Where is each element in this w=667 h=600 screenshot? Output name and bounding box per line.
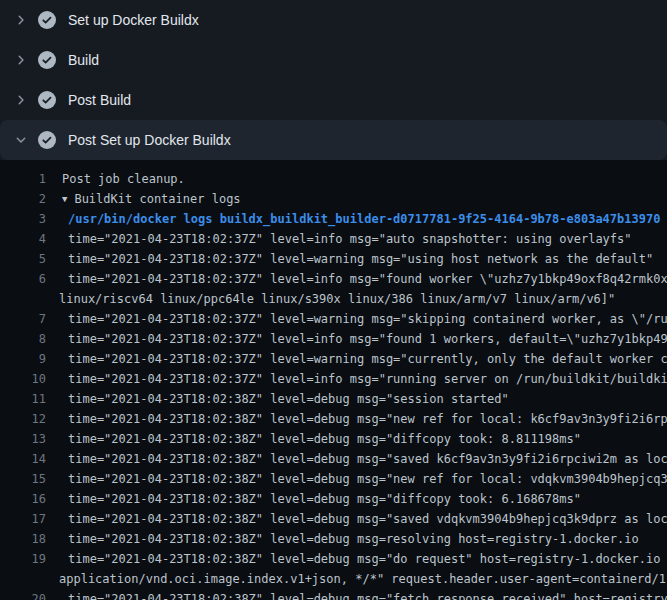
log-line-number[interactable]: 8 <box>0 329 46 349</box>
log-line: 19 time="2021-04-23T18:02:38Z" level=deb… <box>0 549 667 569</box>
log-line: 18 time="2021-04-23T18:02:38Z" level=deb… <box>0 529 667 549</box>
log-line: 17 time="2021-04-23T18:02:38Z" level=deb… <box>0 509 667 529</box>
chevron-down-icon <box>13 132 29 148</box>
log-line-number[interactable]: 17 <box>0 509 46 529</box>
log-line-number[interactable]: 18 <box>0 529 46 549</box>
log-line-text: time="2021-04-23T18:02:38Z" level=debug … <box>46 469 667 489</box>
log-line: 7 time="2021-04-23T18:02:37Z" level=warn… <box>0 309 667 329</box>
step-title: Post Set up Docker Buildx <box>68 132 231 148</box>
chevron-right-icon <box>13 92 29 108</box>
log-line-number[interactable]: 15 <box>0 469 46 489</box>
log-line-number[interactable]: 2 <box>0 189 46 209</box>
log-line-text: time="2021-04-23T18:02:38Z" level=debug … <box>46 529 639 549</box>
log-group-toggle[interactable]: ▼BuildKit container logs <box>46 189 241 209</box>
log-line: 16 time="2021-04-23T18:02:38Z" level=deb… <box>0 489 667 509</box>
log-line-text: time="2021-04-23T18:02:37Z" level=warnin… <box>46 309 667 329</box>
log-line: application/vnd.oci.image.index.v1+json,… <box>0 569 667 589</box>
log-line-text: /usr/bin/docker logs buildx_buildkit_bui… <box>46 209 660 229</box>
log-line-text: time="2021-04-23T18:02:38Z" level=debug … <box>46 389 509 409</box>
log-line-number[interactable]: 19 <box>0 549 46 569</box>
log-line-number[interactable]: 12 <box>0 409 46 429</box>
log-line-text: time="2021-04-23T18:02:38Z" level=debug … <box>46 429 581 449</box>
step-row[interactable]: Post Set up Docker Buildx <box>0 120 667 160</box>
log-line-number[interactable]: 1 <box>0 169 46 189</box>
log-line: 9 time="2021-04-23T18:02:37Z" level=warn… <box>0 349 667 369</box>
log-line: 12 time="2021-04-23T18:02:38Z" level=deb… <box>0 409 667 429</box>
step-title: Post Build <box>68 92 131 108</box>
log-line: 15 time="2021-04-23T18:02:38Z" level=deb… <box>0 469 667 489</box>
log-line-number[interactable]: 5 <box>0 249 46 269</box>
log-line: 2 ▼BuildKit container logs <box>0 189 667 209</box>
log-line-text: time="2021-04-23T18:02:38Z" level=debug … <box>46 449 667 469</box>
log-line-text: time="2021-04-23T18:02:37Z" level=warnin… <box>46 349 667 369</box>
step-list: Set up Docker Buildx Build Post Build <box>0 0 667 160</box>
step-row[interactable]: Set up Docker Buildx <box>0 0 667 40</box>
log-line: 13 time="2021-04-23T18:02:38Z" level=deb… <box>0 429 667 449</box>
log-line: 10 time="2021-04-23T18:02:37Z" level=inf… <box>0 369 667 389</box>
step-row[interactable]: Build <box>0 40 667 80</box>
log-line-number <box>0 569 46 589</box>
log-line-text: time="2021-04-23T18:02:37Z" level=info m… <box>46 229 632 249</box>
log-line-text: time="2021-04-23T18:02:38Z" level=debug … <box>46 409 667 429</box>
log-line-number[interactable]: 20 <box>0 589 46 600</box>
log-line-number[interactable]: 14 <box>0 449 46 469</box>
log-line: 6 time="2021-04-23T18:02:37Z" level=info… <box>0 269 667 289</box>
step-row[interactable]: Post Build <box>0 80 667 120</box>
log-viewer: 1 Post job cleanup. 2 ▼BuildKit containe… <box>0 160 667 600</box>
log-line-number[interactable]: 6 <box>0 269 46 289</box>
log-line: 20 time="2021-04-23T18:02:38Z" level=deb… <box>0 589 667 600</box>
chevron-right-icon <box>13 52 29 68</box>
log-line: 5 time="2021-04-23T18:02:37Z" level=warn… <box>0 249 667 269</box>
log-line: 3 /usr/bin/docker logs buildx_buildkit_b… <box>0 209 667 229</box>
log-line-number[interactable]: 4 <box>0 229 46 249</box>
log-line: 14 time="2021-04-23T18:02:38Z" level=deb… <box>0 449 667 469</box>
log-line-text: linux/riscv64 linux/ppc64le linux/s390x … <box>46 289 615 309</box>
log-line-number[interactable]: 11 <box>0 389 46 409</box>
step-title: Set up Docker Buildx <box>68 12 199 28</box>
log-line-number[interactable]: 10 <box>0 369 46 389</box>
log-line-text: time="2021-04-23T18:02:37Z" level=info m… <box>46 369 667 389</box>
log-line-number[interactable]: 9 <box>0 349 46 369</box>
log-line-text: Post job cleanup. <box>46 169 185 189</box>
log-line-text: time="2021-04-23T18:02:38Z" level=debug … <box>46 489 581 509</box>
log-line-text: time="2021-04-23T18:02:38Z" level=debug … <box>46 509 667 529</box>
log-line-text: time="2021-04-23T18:02:37Z" level=warnin… <box>46 249 653 269</box>
log-line-number <box>0 289 46 309</box>
log-line: 4 time="2021-04-23T18:02:37Z" level=info… <box>0 229 667 249</box>
log-line: 11 time="2021-04-23T18:02:38Z" level=deb… <box>0 389 667 409</box>
log-line-number[interactable]: 13 <box>0 429 46 449</box>
step-title: Build <box>68 52 99 68</box>
chevron-right-icon <box>13 12 29 28</box>
log-line-number[interactable]: 3 <box>0 209 46 229</box>
log-line-text: time="2021-04-23T18:02:37Z" level=info m… <box>46 269 667 289</box>
check-circle-icon <box>38 131 56 149</box>
log-line-text: time="2021-04-23T18:02:37Z" level=info m… <box>46 329 667 349</box>
log-line-text: time="2021-04-23T18:02:38Z" level=debug … <box>46 549 667 569</box>
log-line: linux/riscv64 linux/ppc64le linux/s390x … <box>0 289 667 309</box>
log-line-text: application/vnd.oci.image.index.v1+json,… <box>46 569 667 589</box>
triangle-down-icon: ▼ <box>62 189 67 209</box>
log-line-number[interactable]: 16 <box>0 489 46 509</box>
log-line: 8 time="2021-04-23T18:02:37Z" level=info… <box>0 329 667 349</box>
check-circle-icon <box>38 51 56 69</box>
check-circle-icon <box>38 11 56 29</box>
log-line: 1 Post job cleanup. <box>0 169 667 189</box>
log-line-text: time="2021-04-23T18:02:38Z" level=debug … <box>46 589 667 600</box>
log-line-number[interactable]: 7 <box>0 309 46 329</box>
check-circle-icon <box>38 91 56 109</box>
